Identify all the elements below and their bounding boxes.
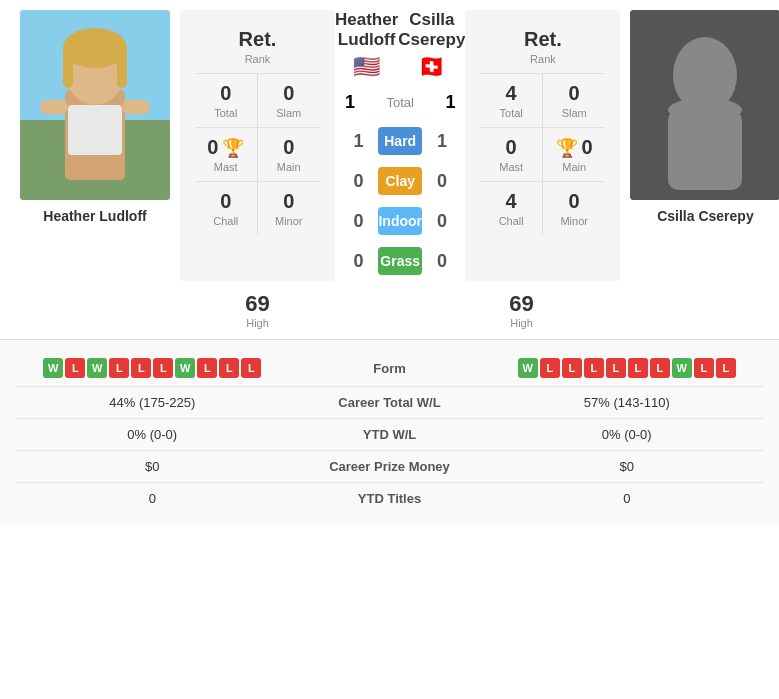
stats-panel-left: Ret. Rank 0 Total 0 Slam 0 🏆 xyxy=(180,10,335,281)
stat-right-value: 0 xyxy=(490,491,765,506)
mast-value-left: 0 xyxy=(207,136,218,159)
rank-label-right: Rank xyxy=(480,53,605,65)
surface-score-left-clay: 0 xyxy=(343,171,373,192)
chall-cell-right: 4 Chall xyxy=(480,182,543,235)
mast-label-left: Mast xyxy=(200,161,252,173)
slam-value-right: 0 xyxy=(548,82,601,105)
rank-item-left: Ret. Rank xyxy=(195,28,320,65)
total-score-left: 1 xyxy=(335,92,365,113)
stat-center-label: YTD W/L xyxy=(290,427,490,442)
stat-left-value: $0 xyxy=(15,459,290,474)
stat-center-label: YTD Titles xyxy=(290,491,490,506)
stat-right-value: $0 xyxy=(490,459,765,474)
flag-left: 🇺🇸 xyxy=(335,54,398,80)
center-section: Heather Ludloff 🇺🇸 Csilla Cserepy 🇨🇭 1 T… xyxy=(335,10,465,281)
slam-value-left: 0 xyxy=(263,82,316,105)
main-value-left: 0 xyxy=(263,136,316,159)
stats-rows: 44% (175-225) Career Total W/L 57% (143-… xyxy=(15,387,764,514)
chall-cell-left: 0 Chall xyxy=(195,182,258,235)
surface-score-left-hard: 1 xyxy=(343,131,373,152)
total-value-right: 4 xyxy=(485,82,537,105)
surface-score-right-clay: 0 xyxy=(427,171,457,192)
center-name-left: Heather Ludloff 🇺🇸 xyxy=(335,10,398,80)
svg-rect-9 xyxy=(122,100,150,114)
form-badge-right: L xyxy=(540,358,560,378)
form-section: WLWLLLWLLL Form WLLLLLLWLL 44% (175-225)… xyxy=(0,339,779,524)
player-name-right: Csilla Cserepy xyxy=(657,208,754,224)
center-name-right-line1: Csilla xyxy=(398,10,465,30)
mast-label-right: Mast xyxy=(485,161,537,173)
total-score-right: 1 xyxy=(435,92,465,113)
slam-label-left: Slam xyxy=(263,107,316,119)
form-label: Form xyxy=(290,361,490,376)
form-badge-left: L xyxy=(131,358,151,378)
surface-score-right-hard: 1 xyxy=(427,131,457,152)
main-label-left: Main xyxy=(263,161,316,173)
minor-cell-left: 0 Minor xyxy=(258,182,321,235)
form-badge-left: L xyxy=(65,358,85,378)
minor-value-left: 0 xyxy=(263,190,316,213)
player-photo-left xyxy=(20,10,170,200)
surface-badge-hard: Hard xyxy=(378,127,422,155)
main-container: Heather Ludloff Ret. Rank 0 Total 0 Slam xyxy=(0,0,779,524)
high-panel-right: 69 High xyxy=(444,291,599,329)
stat-right-value: 0% (0-0) xyxy=(490,427,765,442)
minor-label-left: Minor xyxy=(263,215,316,227)
form-badge-left: W xyxy=(87,358,107,378)
form-badge-right: L xyxy=(584,358,604,378)
center-name-right: Csilla Cserepy 🇨🇭 xyxy=(398,10,465,80)
svg-rect-7 xyxy=(68,105,122,155)
stat-right-value: 57% (143-110) xyxy=(490,395,765,410)
main-cell-left: 0 Main xyxy=(258,128,321,182)
svg-point-13 xyxy=(668,98,742,122)
high-label-left: High xyxy=(180,317,335,329)
form-badge-right: L xyxy=(562,358,582,378)
form-badge-left: L xyxy=(109,358,129,378)
total-value-left: 0 xyxy=(200,82,252,105)
form-badge-left: L xyxy=(197,358,217,378)
player-photo-right xyxy=(630,10,779,200)
left-form-badges: WLWLLLWLLL xyxy=(15,358,290,378)
total-label-right: Total xyxy=(485,107,537,119)
surface-row-hard: 1 Hard 1 xyxy=(343,121,457,161)
stat-row-career-prize-money: $0 Career Prize Money $0 xyxy=(15,451,764,483)
surface-row-grass: 0 Grass 0 xyxy=(343,241,457,281)
stat-center-label: Career Prize Money xyxy=(290,459,490,474)
total-label: Total xyxy=(365,95,435,110)
stat-row-ytd-titles: 0 YTD Titles 0 xyxy=(15,483,764,514)
form-badges-row: WLWLLLWLLL Form WLLLLLLWLL xyxy=(15,350,764,387)
rank-item-right: Ret. Rank xyxy=(480,28,605,65)
minor-cell-right: 0 Minor xyxy=(543,182,606,235)
total-cell-left: 0 Total xyxy=(195,74,258,128)
slam-label-right: Slam xyxy=(548,107,601,119)
mast-cell-right: 0 Mast xyxy=(480,128,543,182)
main-label-right: Main xyxy=(548,161,601,173)
surface-rows: 1 Hard 1 0 Clay 0 0 Indoor 0 0 Grass 0 xyxy=(343,121,457,281)
svg-rect-5 xyxy=(63,48,73,88)
player-right: Csilla Cserepy xyxy=(620,10,779,281)
form-badge-right: L xyxy=(606,358,626,378)
chall-label-right: Chall xyxy=(485,215,537,227)
surface-score-right-grass: 0 xyxy=(427,251,457,272)
center-name-right-line2: Cserepy xyxy=(398,30,465,50)
stats-panel-right: Ret. Rank 4 Total 0 Slam 0 Mast xyxy=(465,10,620,281)
players-section: Heather Ludloff Ret. Rank 0 Total 0 Slam xyxy=(0,0,779,291)
player-name-left: Heather Ludloff xyxy=(43,208,146,224)
form-badge-right: L xyxy=(716,358,736,378)
form-badge-left: L xyxy=(153,358,173,378)
center-name-left-line1: Heather xyxy=(335,10,398,30)
rank-value-right: Ret. xyxy=(480,28,605,51)
total-cell-right: 4 Total xyxy=(480,74,543,128)
stats-grid-right: 4 Total 0 Slam 0 Mast 🏆 0 Main xyxy=(480,74,605,235)
form-badge-right: W xyxy=(518,358,538,378)
chall-label-left: Chall xyxy=(200,215,252,227)
surface-row-clay: 0 Clay 0 xyxy=(343,161,457,201)
stat-left-value: 44% (175-225) xyxy=(15,395,290,410)
surface-score-left-grass: 0 xyxy=(343,251,373,272)
stat-left-value: 0 xyxy=(15,491,290,506)
trophy-icon-right: 🏆 xyxy=(556,137,578,159)
svg-rect-6 xyxy=(117,48,127,88)
surface-score-left-indoor: 0 xyxy=(343,211,373,232)
high-row: 69 High 69 High xyxy=(0,291,779,329)
surface-badge-clay: Clay xyxy=(378,167,422,195)
